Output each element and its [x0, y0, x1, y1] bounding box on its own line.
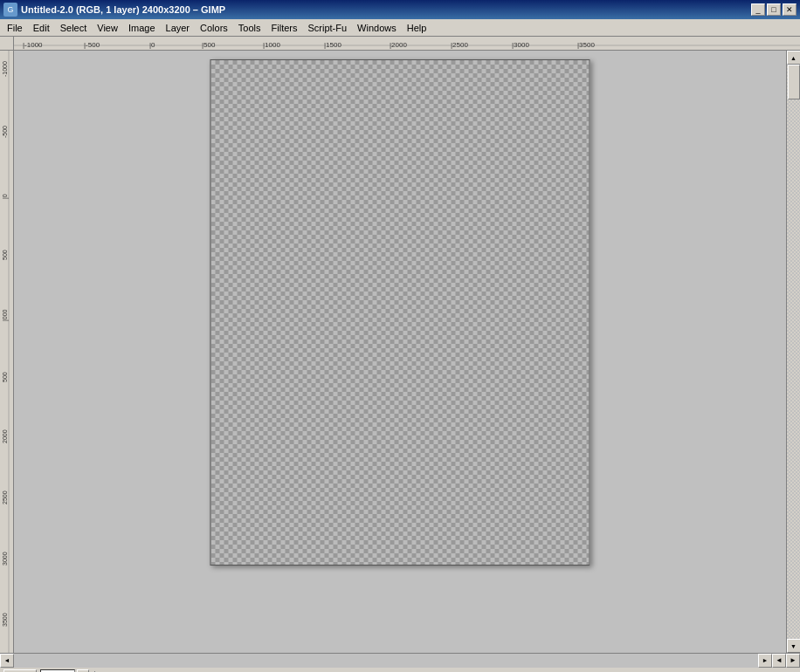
ruler-v-svg: -1000 -500 |0 500 |000 500 2000 2500 300…: [0, 51, 14, 653]
title-bar-left: G Untitled-2.0 (RGB, 1 layer) 2400x3200 …: [3, 3, 225, 17]
menu-edit[interactable]: Edit: [28, 21, 55, 35]
menu-windows[interactable]: Windows: [352, 21, 402, 35]
svg-text:|-500: |-500: [84, 41, 100, 49]
svg-text:3500: 3500: [2, 613, 8, 627]
svg-text:2500: 2500: [2, 490, 8, 504]
zoom-dropdown-button[interactable]: ▼: [77, 669, 89, 673]
svg-text:|3000: |3000: [512, 41, 529, 49]
scrollbar-horizontal-bar: ◄ ► ◄ ►: [0, 653, 800, 667]
canvas-area[interactable]: [14, 51, 786, 653]
unit-selector[interactable]: px: [3, 669, 37, 673]
scroll-right-button[interactable]: ►: [758, 654, 772, 668]
svg-text:|500: |500: [202, 41, 216, 49]
nav-right-button[interactable]: ►: [786, 654, 800, 668]
scroll-track-vertical[interactable]: [787, 65, 801, 639]
svg-text:|3500: |3500: [577, 41, 595, 49]
close-button[interactable]: ✕: [783, 3, 797, 16]
menu-colors[interactable]: Colors: [195, 21, 233, 35]
ruler-top: |-1000 |-500 |0 |500 |1000 |1500 |2000 |…: [0, 37, 800, 51]
menu-view[interactable]: View: [92, 21, 123, 35]
svg-text:|0: |0: [149, 41, 155, 49]
svg-text:500: 500: [2, 250, 8, 260]
zoom-control: ▼: [40, 669, 89, 673]
ruler-corner: [0, 37, 14, 51]
main-area: -1000 -500 |0 500 |000 500 2000 2500 300…: [0, 51, 800, 653]
menu-filters[interactable]: Filters: [266, 21, 303, 35]
svg-text:|000: |000: [2, 309, 9, 321]
minimize-button[interactable]: _: [751, 3, 765, 16]
menu-script-fu[interactable]: Script-Fu: [302, 21, 352, 35]
ruler-horizontal: |-1000 |-500 |0 |500 |1000 |1500 |2000 |…: [14, 37, 800, 50]
menu-tools[interactable]: Tools: [233, 21, 266, 35]
title-bar: G Untitled-2.0 (RGB, 1 layer) 2400x3200 …: [0, 0, 800, 19]
work-area: [14, 51, 786, 653]
svg-text:|1500: |1500: [324, 41, 341, 49]
svg-text:3000: 3000: [2, 552, 8, 566]
scroll-track-horizontal[interactable]: [14, 654, 758, 668]
svg-text:|-1000: |-1000: [23, 41, 43, 49]
svg-text:2000: 2000: [2, 429, 8, 443]
app-icon: G: [3, 3, 17, 17]
scroll-thumb-vertical[interactable]: [788, 65, 800, 99]
zoom-input[interactable]: [40, 669, 75, 673]
svg-text:-500: -500: [2, 126, 8, 138]
menu-layer[interactable]: Layer: [161, 21, 196, 35]
svg-text:|2000: |2000: [390, 41, 407, 49]
svg-text:|0: |0: [2, 194, 9, 199]
svg-text:500: 500: [2, 372, 8, 382]
status-bar: px ▼ Background (76.9 MB): [0, 667, 800, 672]
svg-text:|2500: |2500: [451, 41, 468, 49]
svg-text:-1000: -1000: [2, 61, 8, 77]
maximize-button[interactable]: □: [767, 3, 781, 16]
title-bar-buttons: _ □ ✕: [751, 3, 797, 16]
menu-file[interactable]: File: [2, 21, 28, 35]
window-title: Untitled-2.0 (RGB, 1 layer) 2400x3200 – …: [21, 4, 225, 15]
scrollbar-vertical: ▲ ▼: [786, 51, 800, 653]
image-canvas: [210, 59, 590, 566]
nav-left-button[interactable]: ◄: [772, 654, 786, 668]
scroll-down-button[interactable]: ▼: [787, 639, 801, 653]
menu-image[interactable]: Image: [123, 21, 161, 35]
menu-bar: File Edit Select View Image Layer Colors…: [0, 19, 800, 37]
ruler-vertical: -1000 -500 |0 500 |000 500 2000 2500 300…: [0, 51, 14, 653]
ruler-h-svg: |-1000 |-500 |0 |500 |1000 |1500 |2000 |…: [14, 37, 800, 50]
svg-text:|1000: |1000: [263, 41, 280, 49]
scroll-up-button[interactable]: ▲: [787, 51, 801, 65]
menu-help[interactable]: Help: [402, 21, 432, 35]
scroll-left-button[interactable]: ◄: [0, 654, 14, 668]
menu-select[interactable]: Select: [55, 21, 93, 35]
